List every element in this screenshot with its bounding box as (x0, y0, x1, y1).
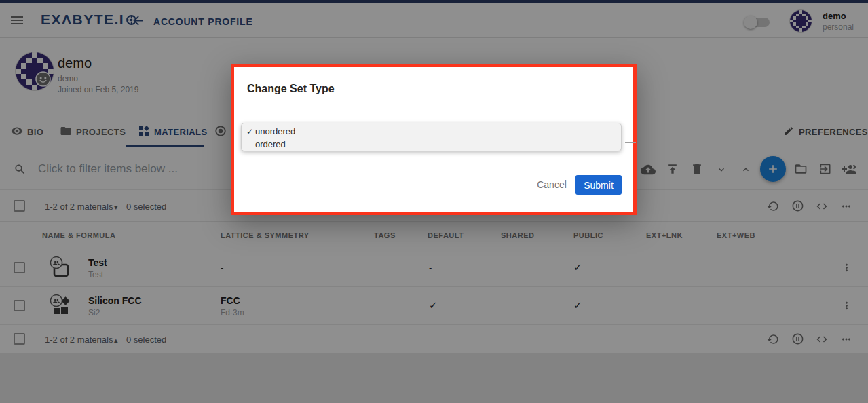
check-icon: ✓ (246, 127, 255, 136)
option-ordered[interactable]: ordered (242, 138, 621, 151)
cancel-button[interactable]: Cancel (533, 174, 571, 195)
submit-button[interactable]: Submit (575, 175, 622, 195)
change-set-type-dialog: Change Set Type ✓ unordered ordered Canc… (231, 64, 637, 215)
select-underline (625, 142, 636, 143)
option-unordered[interactable]: ✓ unordered (242, 125, 621, 138)
dialog-title: Change Set Type (247, 83, 335, 95)
option-label: unordered (255, 126, 295, 136)
option-label: ordered (255, 139, 286, 149)
account-profile-page: EXΛBYTE.I ACCOUNT PROFILE demo personal … (0, 0, 868, 403)
set-type-listbox[interactable]: ✓ unordered ordered (241, 123, 622, 151)
